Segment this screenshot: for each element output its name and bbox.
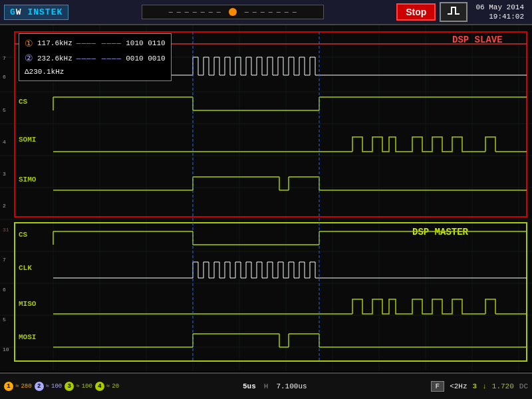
ch3-scale: ≈ <box>76 383 79 390</box>
svg-text:6: 6 <box>3 287 6 293</box>
ch2-scale: ≈ <box>46 383 49 390</box>
meas-delta-line: Δ230.1kHz <box>25 66 166 78</box>
trigger-button[interactable] <box>440 2 467 22</box>
freq-val: <2Hz <box>450 382 467 390</box>
logo-instek: INSTEK <box>22 7 63 17</box>
ch4-scale: ≈ <box>106 383 110 390</box>
h-icon: H <box>264 382 269 390</box>
trigger-info: F <2Hz 3 ↓ 1.720 DC <box>431 381 528 392</box>
top-bar: GW INSTEK — — — — — — — — — — — — — — St… <box>0 0 532 25</box>
ch1-freq: 117.6kHz <box>37 38 72 50</box>
title-display: — — — — — — — — — — — — — — <box>142 5 324 19</box>
dc-label: DC <box>519 382 528 390</box>
date-display: 06 May 2014 <box>475 3 524 12</box>
ch1-marker: ① <box>25 37 33 51</box>
delta-value: Δ230.1kHz <box>25 66 64 78</box>
svg-text:MISO: MISO <box>19 300 37 308</box>
trigger-icon <box>446 5 461 17</box>
ch3-dot: 3 <box>65 382 74 391</box>
ch3-trigger-label: 3 <box>473 382 477 390</box>
orange-marker <box>229 8 237 16</box>
ch2-marker: ② <box>25 51 33 66</box>
ch2-dot: 2 <box>35 382 44 391</box>
title-text: — — — — — — — <box>169 9 221 16</box>
svg-text:7: 7 <box>3 257 6 263</box>
ch2-indicator: 2 ≈ 100 <box>35 382 63 391</box>
ch4-dot: 4 <box>95 382 104 391</box>
ch1-indicator: 1 ≈ 280 <box>4 382 32 391</box>
title-text-right: — — — — — — — <box>245 9 297 16</box>
svg-text:MOSI: MOSI <box>19 333 36 341</box>
trigger-arrow: ↓ <box>482 382 487 390</box>
f-badge: F <box>431 381 445 392</box>
ch2-scale-val: 100 <box>51 383 62 390</box>
ch2-data: 0010 0010 <box>126 53 165 65</box>
meas-ch2-line: ② 232.6kHz ———— ———— 0010 0010 <box>25 51 166 66</box>
svg-text:4: 4 <box>3 139 6 145</box>
ch4-indicator: 4 ≈ 20 <box>95 382 119 391</box>
svg-text:DSP MASTER: DSP MASTER <box>412 227 469 237</box>
ch1-dashes: ———— ———— <box>76 38 122 50</box>
trigger-val: 1.720 <box>492 382 514 390</box>
stop-button[interactable]: Stop <box>396 3 436 21</box>
svg-text:SIMO: SIMO <box>19 176 37 184</box>
svg-text:2: 2 <box>3 203 6 209</box>
measurement-overlay: ① 117.6kHz ———— ———— 1010 0110 ② 232.6kH… <box>19 33 172 81</box>
scope-area: DSP SLAVE DSP MASTER CLK CS SOMI <box>0 25 532 371</box>
ch2-dashes: ———— ———— <box>76 53 122 65</box>
svg-text:3: 3 <box>3 171 6 177</box>
title-bar-center: — — — — — — — — — — — — — — <box>72 5 392 19</box>
logo-text: G <box>10 7 16 17</box>
ch1-data: 1010 0110 <box>126 38 165 50</box>
svg-text:31: 31 <box>3 227 9 233</box>
time-display: 19:41:02 <box>475 12 524 21</box>
logo: GW INSTEK <box>4 5 68 20</box>
h-value: 7.100us <box>276 382 307 390</box>
datetime: 06 May 2014 19:41:02 <box>471 1 528 23</box>
logo-w: W <box>16 7 22 17</box>
svg-text:CS: CS <box>19 98 28 106</box>
bottom-bar: 1 ≈ 280 2 ≈ 100 3 ≈ 100 4 ≈ 20 5us H 7.1… <box>0 372 532 399</box>
time-info: 5us H 7.100us <box>122 382 428 390</box>
ch1-scale-val: 280 <box>21 383 31 390</box>
ch1-dot: 1 <box>4 382 13 391</box>
svg-text:SOMI: SOMI <box>19 136 36 144</box>
svg-text:5: 5 <box>3 317 6 323</box>
svg-text:CLK: CLK <box>19 264 32 272</box>
ch4-scale-val: 20 <box>112 383 119 390</box>
svg-text:5: 5 <box>3 107 6 113</box>
ch2-freq: 232.6kHz <box>37 53 72 65</box>
svg-text:DSP SLAVE: DSP SLAVE <box>452 35 503 45</box>
meas-ch1-line: ① 117.6kHz ———— ———— 1010 0110 <box>25 37 166 51</box>
svg-text:CS: CS <box>19 231 28 239</box>
svg-text:6: 6 <box>3 74 6 80</box>
svg-text:7: 7 <box>3 55 6 61</box>
time-div: 5us <box>243 382 256 390</box>
ch3-indicator: 3 ≈ 100 <box>65 382 92 391</box>
ch1-scale: ≈ <box>15 383 19 390</box>
ch3-scale-val: 100 <box>82 383 92 390</box>
svg-text:10: 10 <box>3 346 9 352</box>
